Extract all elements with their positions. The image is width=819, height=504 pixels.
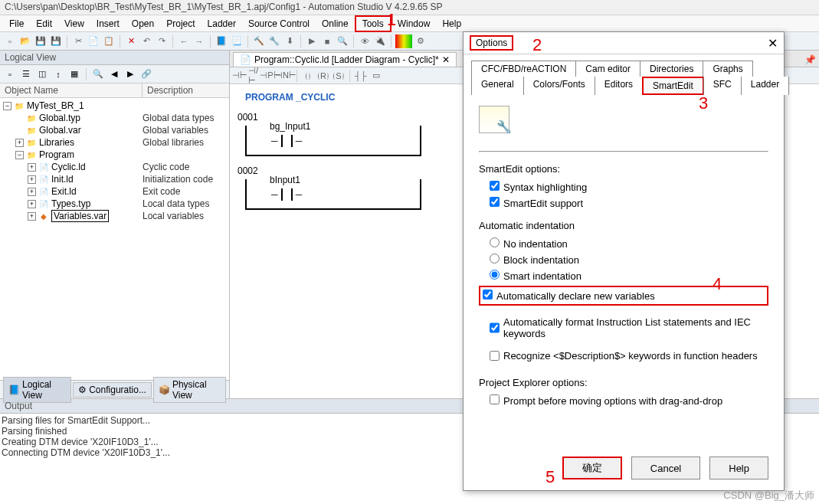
opt-autodecl[interactable]: Automatically declare new variables [479, 286, 768, 306]
tree-item[interactable]: +◆Variables.varLocal variables [2, 210, 228, 222]
new-icon[interactable]: ▫ [3, 34, 17, 48]
menu-file[interactable]: File [3, 17, 30, 31]
rebuild-icon[interactable]: 🔧 [267, 34, 281, 48]
back-icon[interactable]: ← [177, 34, 191, 48]
menu-window[interactable]: Window [391, 17, 437, 31]
list-icon[interactable]: 📃 [230, 34, 244, 48]
tab-ladder[interactable]: Ladder [741, 77, 789, 95]
sb-expand-icon[interactable]: ▫ [3, 67, 17, 81]
tree-item[interactable]: −📁MyTest_BR_1 [2, 100, 228, 112]
book-icon[interactable]: 📘 [215, 34, 228, 48]
contact[interactable]: ─ ─ [270, 135, 303, 147]
rung[interactable]: bInput1 ─ ─ [245, 179, 421, 210]
tree-col-desc[interactable]: Description [143, 83, 198, 97]
tab-general[interactable]: General [471, 77, 524, 95]
transfer-icon[interactable]: ⬇ [283, 34, 296, 48]
opt-smartindent[interactable]: Smart indentation [490, 270, 768, 282]
tree-item[interactable]: −📁Program [2, 149, 228, 161]
sb-back-icon[interactable]: ◀ [107, 67, 121, 81]
tab-cam[interactable]: Cam editor [575, 61, 640, 77]
radio-smartindent[interactable] [490, 270, 500, 280]
sb-sort-icon[interactable]: ↕ [51, 67, 65, 81]
fb-icon[interactable]: ▭ [369, 69, 383, 83]
ncontact2-icon[interactable]: ⊣N⊢ [279, 69, 293, 83]
tab-editors[interactable]: Editors [595, 77, 643, 95]
fwd-icon[interactable]: → [192, 34, 206, 48]
sb-search-icon[interactable]: 🔍 [91, 67, 105, 81]
editor-tab[interactable]: 📄 Program::Cyclic.ld [Ladder Diagram - C… [233, 52, 457, 67]
menu-online[interactable]: Online [316, 17, 355, 31]
status-icon[interactable] [395, 34, 412, 48]
checkbox-autodecl[interactable] [483, 290, 493, 299]
menu-open[interactable]: Open [126, 17, 160, 31]
checkbox-recognize[interactable] [490, 350, 500, 362]
sb-fwd-icon[interactable]: ▶ [123, 67, 137, 81]
close-icon[interactable]: ✕ [768, 36, 778, 51]
cancel-button[interactable]: Cancel [631, 457, 700, 479]
menu-tools[interactable]: Tools [355, 15, 391, 32]
checkbox-smartedit[interactable] [490, 197, 500, 207]
config-icon[interactable]: ⚙ [414, 34, 428, 48]
online-icon[interactable]: 🔌 [373, 34, 387, 48]
project-tree[interactable]: −📁MyTest_BR_1📁Global.typGlobal data type… [0, 98, 229, 380]
tree-item[interactable]: +📄Exit.ldExit code [2, 185, 228, 198]
radio-noindent[interactable] [490, 237, 500, 247]
help-button[interactable]: Help [709, 457, 768, 479]
tab-directories[interactable]: Directories [640, 61, 703, 77]
tab-logical-view[interactable]: 📘Logical View [3, 377, 71, 403]
scoil-icon[interactable]: ⟮S⟯ [332, 69, 346, 83]
menu-edit[interactable]: Edit [30, 17, 58, 31]
menu-source-control[interactable]: Source Control [242, 17, 316, 31]
expand-icon[interactable]: + [15, 139, 24, 147]
stop-icon[interactable]: ■ [320, 34, 334, 48]
checkbox-syntax[interactable] [490, 181, 500, 191]
save-icon[interactable]: 💾 [34, 34, 48, 48]
delete-icon[interactable]: ✕ [124, 34, 138, 48]
sb-cols-icon[interactable]: ◫ [35, 67, 49, 81]
tree-item[interactable]: +📄Cyclic.ldCyclic code [2, 161, 228, 173]
sb-filter-icon[interactable]: ▦ [67, 67, 81, 81]
expand-icon[interactable]: + [28, 175, 36, 184]
contact-icon[interactable]: ⊣⊢ [233, 69, 247, 83]
opt-noindent[interactable]: No indentation [490, 237, 768, 250]
opt-autofmt[interactable]: Automatically format Instruction List st… [490, 316, 768, 339]
tab-sfc[interactable]: SFC [703, 77, 742, 95]
tree-item[interactable]: +📄Types.typLocal data types [2, 198, 228, 210]
ok-button[interactable]: 确定 [562, 457, 622, 479]
open-icon[interactable]: 📂 [18, 34, 32, 48]
expand-icon[interactable]: − [3, 102, 11, 110]
expand-icon[interactable]: + [28, 163, 36, 172]
close-tab-icon[interactable]: ✕ [442, 54, 450, 65]
coil-icon[interactable]: ⟮⟯ [301, 69, 315, 83]
tree-item[interactable]: +📁LibrariesGlobal libraries [2, 136, 228, 149]
opt-syntax[interactable]: Syntax highlighting [490, 181, 768, 193]
run-icon[interactable]: ▶ [305, 34, 319, 48]
expand-icon[interactable]: − [15, 151, 24, 159]
expand-icon[interactable]: + [28, 200, 36, 208]
menu-ladder[interactable]: Ladder [201, 17, 242, 31]
menu-help[interactable]: Help [436, 17, 467, 31]
tree-item[interactable]: 📁Global.varGlobal variables [2, 124, 228, 136]
tab-physical-view[interactable]: 📦Physical View [153, 377, 226, 403]
menu-view[interactable]: View [58, 17, 90, 31]
opt-prompt[interactable]: Prompt before moving options with drag-a… [490, 394, 768, 407]
redo-icon[interactable]: ↷ [155, 34, 169, 48]
opt-blockindent[interactable]: Block indentation [490, 254, 768, 266]
checkbox-autofmt[interactable] [490, 316, 500, 339]
opt-recognize[interactable]: Recognize <$Description$> keywords in fu… [490, 350, 768, 362]
opt-smartedit[interactable]: SmartEdit support [490, 197, 768, 209]
rung[interactable]: bg_Input1 ─ ─ [245, 126, 421, 156]
expand-icon[interactable]: + [28, 188, 36, 196]
radio-blockindent[interactable] [490, 254, 500, 263]
sb-list-icon[interactable]: ☰ [19, 67, 33, 81]
tree-col-name[interactable]: Object Name [0, 83, 143, 97]
saveall-icon[interactable]: 💾 [49, 34, 63, 48]
tab-config-view[interactable]: ⚙Configuratio... [73, 382, 152, 398]
tab-graphs[interactable]: Graphs [703, 61, 752, 77]
expand-icon[interactable]: + [28, 212, 36, 221]
pin-icon[interactable]: 📌 [804, 54, 816, 65]
tab-colors[interactable]: Colors/Fonts [523, 77, 595, 95]
menu-insert[interactable]: Insert [90, 17, 126, 31]
build-icon[interactable]: 🔨 [252, 34, 266, 48]
cut-icon[interactable]: ✂ [71, 34, 85, 48]
